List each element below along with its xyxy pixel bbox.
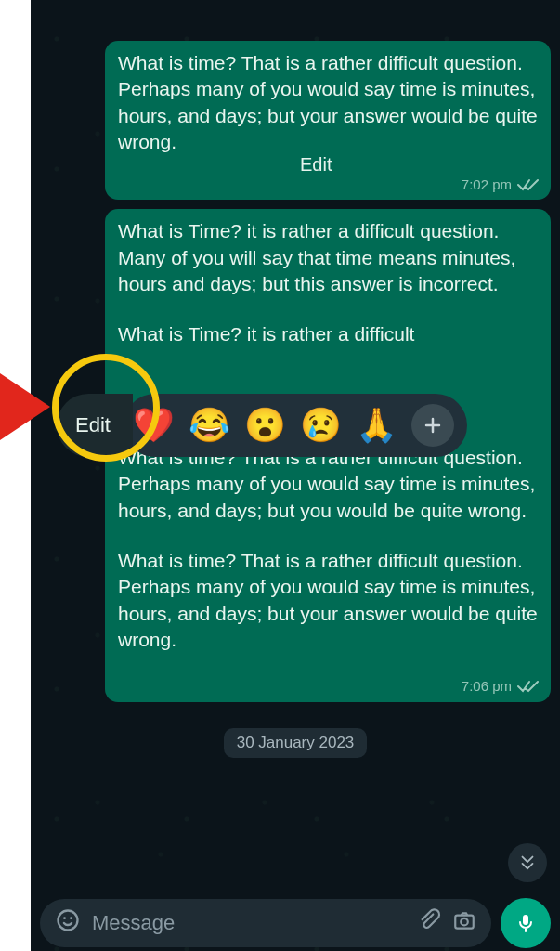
screenshot-left-margin bbox=[0, 0, 31, 951]
message-paragraph-partial: What is Time? it is rather a difficult bbox=[118, 321, 538, 347]
reaction-wow[interactable]: 😮 bbox=[244, 409, 287, 442]
reaction-joy[interactable]: 😂 bbox=[189, 409, 231, 442]
attach-icon[interactable] bbox=[417, 908, 441, 938]
emoji-icon[interactable] bbox=[55, 907, 81, 939]
message-input-pill[interactable]: Message bbox=[40, 899, 491, 947]
message-time: 7:06 pm bbox=[462, 677, 512, 696]
message-paragraph: What is time? That is a rather difficult… bbox=[118, 548, 538, 653]
edit-button[interactable]: Edit bbox=[57, 394, 133, 457]
date-separator: 30 January 2023 bbox=[224, 728, 368, 758]
reaction-more-button[interactable] bbox=[411, 404, 454, 447]
message-input-placeholder: Message bbox=[92, 911, 406, 935]
reaction-bar: ❤️ 😂 😮 😢 🙏 bbox=[124, 394, 467, 457]
reaction-pray[interactable]: 🙏 bbox=[356, 409, 398, 442]
reaction-sad[interactable]: 😢 bbox=[300, 409, 343, 442]
message-paragraph: What is Time? it is rather a difficult q… bbox=[118, 218, 538, 297]
double-check-icon bbox=[517, 679, 540, 694]
double-check-icon bbox=[517, 177, 540, 192]
message-meta: 7:02 pm bbox=[462, 176, 540, 194]
reaction-bar-wrapper: Edit ❤️ 😂 😮 😢 🙏 bbox=[31, 391, 514, 460]
message-input-row: Message bbox=[40, 895, 551, 951]
edited-label: Edit bbox=[300, 152, 332, 177]
camera-icon[interactable] bbox=[452, 908, 476, 938]
voice-message-button[interactable] bbox=[501, 898, 551, 948]
svg-point-1 bbox=[59, 911, 78, 931]
annotation-red-arrow bbox=[0, 373, 56, 440]
chevrons-down-icon bbox=[517, 853, 538, 873]
message-meta: 7:06 pm bbox=[462, 677, 540, 696]
svg-point-5 bbox=[461, 918, 468, 926]
message-time: 7:02 pm bbox=[462, 176, 512, 194]
svg-rect-4 bbox=[455, 916, 474, 929]
svg-marker-0 bbox=[0, 373, 50, 440]
svg-rect-6 bbox=[523, 915, 528, 925]
svg-point-3 bbox=[70, 917, 72, 919]
date-separator-row: 30 January 2023 bbox=[40, 728, 551, 758]
message-text: What is time? That is a rather difficult… bbox=[118, 50, 538, 155]
outgoing-message[interactable]: What is time? That is a rather difficult… bbox=[105, 41, 551, 200]
reaction-heart[interactable]: ❤️ bbox=[133, 409, 176, 442]
chat-area: What is time? That is a rather difficult… bbox=[31, 0, 560, 951]
mic-icon bbox=[514, 912, 537, 934]
svg-point-2 bbox=[63, 917, 66, 919]
scroll-to-bottom-button[interactable] bbox=[508, 843, 547, 882]
